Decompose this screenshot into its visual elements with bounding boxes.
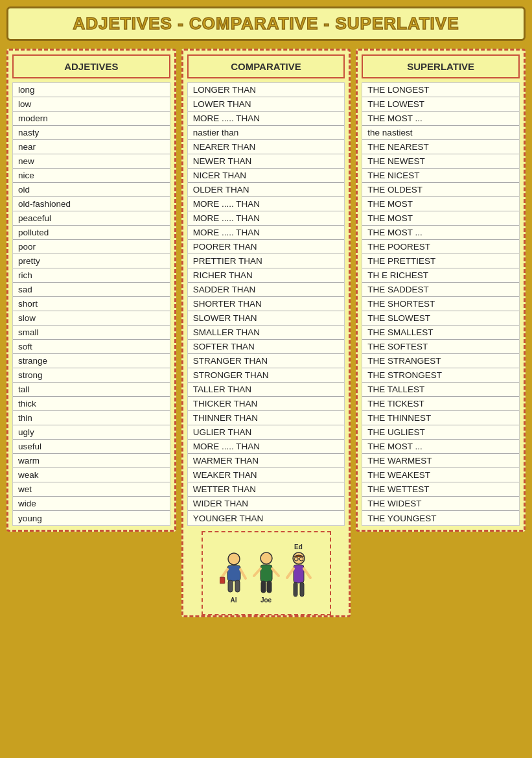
- comparative-row: WIDER THAN: [188, 497, 345, 511]
- adjective-row: low: [13, 97, 170, 112]
- comparative-row: LONGER THAN: [188, 83, 345, 97]
- character-label: Joe: [260, 597, 272, 604]
- adjective-row: weak: [13, 468, 170, 482]
- superlative-row: THE MOST: [362, 197, 519, 211]
- superlative-row: THE NEAREST: [362, 140, 519, 154]
- character-figure: Al: [220, 551, 248, 604]
- character-label: Ed: [294, 543, 303, 551]
- comparative-header: COMPARATIVE: [187, 54, 345, 78]
- superlative-row: THE UGLIEST: [362, 425, 519, 440]
- comparative-row: PRETTIER THAN: [188, 254, 345, 268]
- svg-point-0: [228, 553, 240, 565]
- svg-rect-3: [235, 580, 240, 592]
- adjective-row: near: [13, 140, 170, 154]
- character-figure: Ed: [284, 543, 313, 604]
- svg-rect-17: [294, 565, 304, 583]
- superlative-row: THE SLOWEST: [362, 311, 519, 326]
- comparative-row: NEARER THAN: [188, 140, 345, 154]
- comparative-row: POORER THAN: [188, 240, 345, 254]
- adjectives-header: ADJETIVES: [12, 54, 170, 78]
- superlative-row: TH E RICHEST: [362, 268, 519, 283]
- svg-line-5: [240, 569, 246, 578]
- adjective-row: rich: [13, 268, 170, 283]
- superlative-row: THE NICEST: [362, 169, 519, 183]
- comparative-row: YOUNGER THAN: [188, 511, 345, 525]
- superlative-list: THE LONGESTTHE LOWESTTHE MOST ...the nas…: [362, 82, 520, 526]
- svg-rect-8: [260, 565, 272, 582]
- superlative-row: THE MOST ...: [362, 226, 519, 240]
- comparative-row: UGLIER THAN: [188, 425, 345, 440]
- adjective-row: thick: [13, 397, 170, 411]
- comparative-row: SMALLER THAN: [188, 326, 345, 340]
- adjective-row: strange: [13, 354, 170, 368]
- adjective-row: young: [13, 511, 170, 525]
- superlative-row: THE SOFTEST: [362, 340, 519, 354]
- adjective-row: short: [13, 297, 170, 311]
- svg-rect-19: [300, 582, 304, 597]
- adjective-row: pretty: [13, 254, 170, 268]
- comparative-row: SADDER THAN: [188, 283, 345, 297]
- adjective-row: tall: [13, 383, 170, 397]
- adjective-row: sad: [13, 283, 170, 297]
- comparative-row: WETTER THAN: [188, 482, 345, 497]
- comparative-row: MORE ..... THAN: [188, 226, 345, 240]
- adjective-row: old: [13, 183, 170, 197]
- comparative-row: MORE ..... THAN: [188, 211, 345, 226]
- comparative-row: STRONGER THAN: [188, 368, 345, 383]
- comparative-row: TALLER THAN: [188, 383, 345, 397]
- adjective-row: warm: [13, 454, 170, 468]
- comparative-list: LONGER THANLOWER THANMORE ..... THANnast…: [187, 82, 345, 526]
- comparative-row: NICER THAN: [188, 169, 345, 183]
- comparative-row: SHORTER THAN: [188, 297, 345, 311]
- comparative-row: nastier than: [188, 126, 345, 140]
- superlative-row: THE TICKEST: [362, 397, 519, 411]
- adjective-row: useful: [13, 440, 170, 454]
- columns-container: ADJETIVES longlowmodernnastynearnewniceo…: [6, 49, 526, 617]
- comparative-row: OLDER THAN: [188, 183, 345, 197]
- comparative-row: SLOWER THAN: [188, 311, 345, 326]
- adjective-row: nice: [13, 169, 170, 183]
- superlative-row: THE LONGEST: [362, 83, 519, 97]
- comparative-row: STRANGER THAN: [188, 354, 345, 368]
- superlative-row: THE SMALLEST: [362, 326, 519, 340]
- superlative-row: THE YOUNGEST: [362, 511, 519, 525]
- comparative-row: THINNER THAN: [188, 411, 345, 425]
- adjective-row: modern: [13, 112, 170, 126]
- adjective-row: poor: [13, 240, 170, 254]
- character-label: Al: [231, 597, 237, 604]
- superlative-row: the nastiest: [362, 126, 519, 140]
- adjective-row: nasty: [13, 126, 170, 140]
- adjective-row: strong: [13, 368, 170, 383]
- adjective-row: thin: [13, 411, 170, 425]
- adjective-row: peaceful: [13, 211, 170, 226]
- superlative-row: THE STRANGEST: [362, 354, 519, 368]
- comparative-row: SOFTER THAN: [188, 340, 345, 354]
- adjectives-list: longlowmodernnastynearnewniceoldold-fash…: [12, 82, 170, 526]
- adjective-row: old-fashioned: [13, 197, 170, 211]
- comparative-row: THICKER THAN: [188, 397, 345, 411]
- svg-rect-18: [294, 582, 297, 597]
- superlative-row: THE SADDEST: [362, 283, 519, 297]
- characters-box: Al JoeEd: [202, 531, 331, 615]
- superlative-header: SUPERLATIVE: [362, 54, 520, 78]
- superlative-row: THE OLDEST: [362, 183, 519, 197]
- svg-point-7: [260, 552, 272, 564]
- adjective-row: wet: [13, 482, 170, 497]
- title-bar: ADJETIVES - COMPARATIVE - SUPERLATIVE: [6, 6, 526, 41]
- adjective-row: wide: [13, 497, 170, 511]
- superlative-row: THE WETTEST: [362, 482, 519, 497]
- comparative-row: MORE ..... THAN: [188, 197, 345, 211]
- superlative-row: THE THINNEST: [362, 411, 519, 425]
- svg-rect-2: [228, 580, 233, 592]
- svg-rect-10: [267, 581, 272, 593]
- adjective-row: polluted: [13, 226, 170, 240]
- svg-line-21: [304, 569, 310, 578]
- adjective-row: new: [13, 154, 170, 169]
- comparative-row: NEWER THAN: [188, 154, 345, 169]
- superlative-row: THE TALLEST: [362, 383, 519, 397]
- svg-rect-6: [220, 577, 225, 584]
- adjective-row: small: [13, 326, 170, 340]
- superlative-row: THE MOST: [362, 211, 519, 226]
- adjective-row: slow: [13, 311, 170, 326]
- superlative-row: THE PRETTIEST: [362, 254, 519, 268]
